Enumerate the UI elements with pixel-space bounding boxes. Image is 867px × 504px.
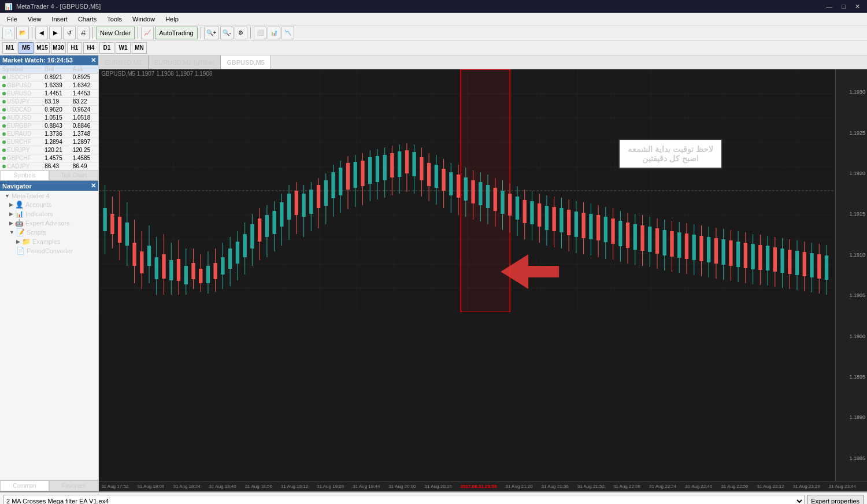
properties-button[interactable]: ⚙: [235, 27, 247, 39]
market-watch-row[interactable]: CADJPY 86.43 86.49: [0, 162, 98, 171]
menu-insert[interactable]: Insert: [47, 14, 72, 24]
mw-tab-symbols[interactable]: Symbols: [0, 171, 49, 180]
svg-rect-63: [287, 194, 291, 220]
autotrading-button[interactable]: AutoTrading: [155, 27, 198, 39]
market-watch-row[interactable]: EURJPY 120.21 120.25: [0, 146, 98, 154]
open-button[interactable]: 📂: [16, 27, 29, 39]
menu-charts[interactable]: Charts: [73, 14, 101, 24]
mw-tab-tick[interactable]: Tick Chart: [49, 171, 98, 180]
menu-view[interactable]: View: [23, 14, 46, 24]
svg-rect-97: [413, 152, 416, 176]
tf-m30[interactable]: M30: [51, 42, 66, 54]
left-panel: Market Watch: 16:24:53 ✕ Symbol Bid Ask …: [0, 55, 99, 491]
svg-rect-165: [663, 230, 666, 255]
forward-button[interactable]: ▶: [49, 27, 62, 39]
titlebar-left: 📊 MetaTrader 4 - [GBPUSD,M5]: [5, 3, 101, 10]
chart-mode-button[interactable]: 📈: [141, 27, 154, 39]
nav-item-period-converter[interactable]: 📄 PeriodConverter: [0, 246, 98, 255]
svg-rect-57: [265, 215, 269, 237]
tab-common[interactable]: Common: [0, 480, 49, 491]
market-watch-row[interactable]: AUDUSD 1.0515 1.0518: [0, 114, 98, 122]
titlebar-title: MetaTrader 4 - [GBPUSD,M5]: [16, 3, 101, 10]
svg-rect-179: [714, 238, 718, 264]
svg-rect-43: [214, 263, 217, 279]
svg-rect-85: [368, 157, 372, 184]
tf-w1[interactable]: W1: [116, 42, 131, 54]
chart-tab-eurusd-m2[interactable]: EURUSD,M2 (offline): [149, 55, 221, 69]
symbol-cell: CADJPY: [0, 162, 42, 171]
price-1900: 1.1900: [836, 333, 867, 339]
svg-rect-129: [530, 201, 533, 224]
titlebar-controls[interactable]: — □ ✕: [824, 3, 862, 10]
tf-m15[interactable]: M15: [35, 42, 50, 54]
market-watch-row[interactable]: EURGBP 0.8843 0.8846: [0, 122, 98, 130]
nav-item-accounts[interactable]: ▶ 👤 Accounts: [0, 200, 98, 209]
svg-rect-73: [324, 180, 328, 206]
menu-file[interactable]: File: [2, 14, 22, 24]
tf-h1[interactable]: H1: [67, 42, 82, 54]
nav-item-examples[interactable]: ▶ 📁 Examples: [0, 237, 98, 246]
svg-rect-39: [199, 269, 202, 283]
line-chart-button[interactable]: 📉: [281, 27, 294, 39]
menu-tools[interactable]: Tools: [102, 14, 127, 24]
nav-item-mt4[interactable]: ▼ MetaTrader 4: [0, 192, 98, 200]
tf-m1[interactable]: M1: [2, 42, 17, 54]
titlebar: 📊 MetaTrader 4 - [GBPUSD,M5] — □ ✕: [0, 0, 867, 13]
market-watch-row[interactable]: USDCHF 0.8921 0.8925: [0, 73, 98, 81]
svg-rect-105: [442, 169, 446, 191]
annotation-box: لاحظ توقيت بداية الشمعه اصبح كل دقيقتين: [618, 139, 722, 169]
svg-rect-195: [773, 247, 777, 272]
print-button[interactable]: 🖨: [77, 27, 90, 39]
time-label: 31 Aug 20:00: [388, 484, 416, 489]
svg-rect-199: [788, 250, 791, 274]
maximize-button[interactable]: □: [839, 3, 848, 10]
market-watch-close[interactable]: ✕: [91, 57, 96, 64]
market-watch-row[interactable]: USDCAD 0.9620 0.9624: [0, 106, 98, 114]
chart-tab-eurusd-m1[interactable]: EURUSD,M1: [99, 55, 149, 69]
market-watch-row[interactable]: EURAUD 1.3736 1.3748: [0, 130, 98, 138]
chart-tab-gbpusd-m5[interactable]: GBPUSD,M5: [221, 55, 271, 69]
time-label: 31 Aug 19:44: [353, 484, 380, 489]
expert-properties-button[interactable]: Expert properties: [807, 495, 864, 504]
new-file-button[interactable]: 📄: [2, 27, 15, 39]
zoom-in-button[interactable]: 🔍+: [204, 27, 219, 39]
bar-chart-button[interactable]: ⬜: [254, 27, 266, 39]
nav-item-ea[interactable]: ▶ 🤖 Expert Advisors: [0, 218, 98, 228]
menu-window[interactable]: Window: [128, 14, 160, 24]
market-watch-row[interactable]: EURCHF 1.2894 1.2897: [0, 138, 98, 146]
tf-h4[interactable]: H4: [83, 42, 98, 54]
bid-cell: 83.19: [42, 98, 70, 106]
market-watch-row[interactable]: USDJPY 83.19 83.22: [0, 98, 98, 106]
market-watch-row[interactable]: GBPUSD 1.6339 1.6342: [0, 81, 98, 90]
svg-rect-123: [508, 194, 512, 216]
tab-favorites[interactable]: Favorites: [49, 480, 98, 491]
annotation-line2: اصبح كل دقيقتين: [628, 154, 713, 163]
ea-selector[interactable]: 2 MA Crosses Mega filter EA V1.ex4: [3, 495, 805, 504]
svg-rect-45: [221, 257, 224, 275]
zoom-out-button[interactable]: 🔍-: [220, 27, 234, 39]
refresh-button[interactable]: ↺: [63, 27, 76, 39]
minimize-button[interactable]: —: [824, 3, 835, 10]
back-button[interactable]: ◀: [35, 27, 48, 39]
tf-mn[interactable]: MN: [132, 42, 147, 54]
candle-chart-button[interactable]: 📊: [268, 27, 280, 39]
symbol-cell: EURAUD: [0, 130, 42, 138]
close-button[interactable]: ✕: [853, 3, 862, 10]
svg-rect-21: [133, 243, 136, 266]
tf-d1[interactable]: D1: [99, 42, 114, 54]
navigator: Navigator ✕ ▼ MetaTrader 4 ▶ 👤 Accounts …: [0, 180, 98, 480]
svg-rect-193: [766, 246, 769, 270]
navigator-close[interactable]: ✕: [91, 182, 96, 190]
nav-item-indicators[interactable]: ▶ 📊 Indicators: [0, 209, 98, 218]
item-icon: 📄: [16, 247, 25, 255]
market-watch-row[interactable]: GBPCHF 1.4575 1.4585: [0, 154, 98, 162]
menu-help[interactable]: Help: [161, 14, 183, 24]
time-label: 31 Aug 23:12: [757, 484, 784, 489]
market-watch-row[interactable]: EURUSD 1.4451 1.4453: [0, 90, 98, 98]
arrow-icon: ▶: [9, 220, 13, 226]
nav-item-scripts[interactable]: ▼ 📝 Scripts: [0, 228, 98, 237]
svg-rect-143: [582, 213, 586, 238]
svg-rect-49: [236, 242, 239, 264]
tf-m5[interactable]: M5: [18, 42, 34, 54]
new-order-button[interactable]: New Order: [96, 27, 135, 39]
